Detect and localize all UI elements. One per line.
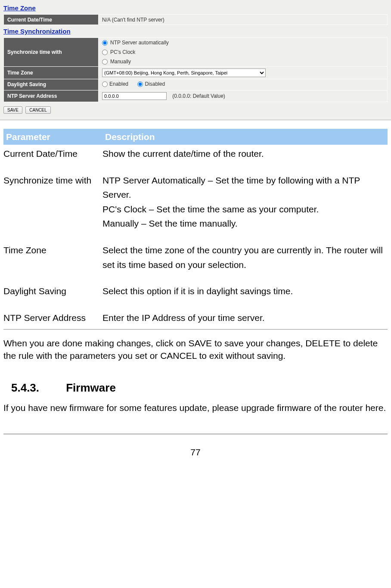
param-desc: Enter the IP Address of your time server… [102,309,388,330]
section-title: Firmware [66,381,116,394]
save-button[interactable]: SAVE [3,106,22,114]
ntp-address-cell: (0.0.0.0: Default Value) [99,90,388,102]
button-row: SAVE CANCEL [3,106,388,114]
param-desc: Select this option if it is in daylight … [102,282,388,300]
sync-opt-pc[interactable]: PC's Clock [102,49,384,55]
parameter-table: Parameter Description Current Date/Time … [3,129,388,330]
ntp-address-label: NTP Server Address [4,90,99,102]
daylight-cell: Enabled Disabled [99,79,388,90]
current-datetime-value: N/A (Can't find NTP server) [99,15,388,25]
sync-radio-ntp-label: NTP Server automatically [110,40,169,46]
param-desc: Show the current date/time of the router… [102,145,388,163]
save-note: When you are done making changes, click … [3,337,388,362]
current-time-table: Current Date/Time N/A (Can't find NTP se… [3,14,388,25]
section-heading: 5.4.3. Firmware [11,379,388,397]
daylight-label: Daylight Saving [4,79,99,90]
sync-with-label: Synchronize time with [4,38,99,67]
sync-with-options: NTP Server automatically PC's Clock Manu… [99,38,388,67]
sync-radio-pc-label: PC's Clock [110,49,135,55]
daylight-disabled-label: Disabled [145,81,165,87]
document-body: Parameter Description Current Date/Time … [0,120,391,417]
timezone-cell: (GMT+08:00) Beijing, Hong Kong, Perth, S… [99,67,388,79]
daylight-radio-enabled[interactable] [102,81,108,87]
daylight-enabled-label: Enabled [109,81,128,87]
section-number: 5.4.3. [11,379,63,397]
daylight-disabled[interactable]: Disabled [137,81,165,87]
param-name: Daylight Saving [3,282,102,300]
cancel-button[interactable]: CANCEL [25,106,51,114]
sync-radio-pc[interactable] [102,50,108,55]
sync-opt-ntp[interactable]: NTP Server automatically [102,40,384,46]
param-desc: Select the time zone of the country you … [102,241,388,274]
timezone-label: Time Zone [4,67,99,79]
sync-table: Synchronize time with NTP Server automat… [3,37,388,102]
sync-opt-manual[interactable]: Manually [102,59,384,65]
param-desc: NTP Server Automatically – Set the time … [102,171,388,233]
sync-radio-manual[interactable] [102,59,108,65]
ntp-address-input[interactable] [102,92,167,100]
sync-radio-manual-label: Manually [110,59,131,65]
daylight-enabled[interactable]: Enabled [102,81,128,87]
timezone-select[interactable]: (GMT+08:00) Beijing, Hong Kong, Perth, S… [102,68,266,77]
param-name: NTP Server Address [3,309,102,330]
sync-radio-ntp[interactable] [102,40,108,46]
param-name: Synchronize time with [3,171,102,233]
section-title-timezone: Time Zone [3,4,388,12]
param-header-parameter: Parameter [3,129,102,145]
param-header-description: Description [102,129,388,145]
ntp-address-hint: (0.0.0.0: Default Value) [172,93,225,99]
param-name: Current Date/Time [3,145,102,163]
current-datetime-label: Current Date/Time [4,15,99,25]
page-number: 77 [0,447,391,457]
section-text: If you have new firmware for some featur… [3,401,388,415]
daylight-radio-disabled[interactable] [137,81,143,87]
section-title-sync: Time Synchronization [3,28,388,35]
footer-rule [3,434,388,434]
router-config-panel: Time Zone Current Date/Time N/A (Can't f… [0,0,391,120]
param-name: Time Zone [3,241,102,274]
